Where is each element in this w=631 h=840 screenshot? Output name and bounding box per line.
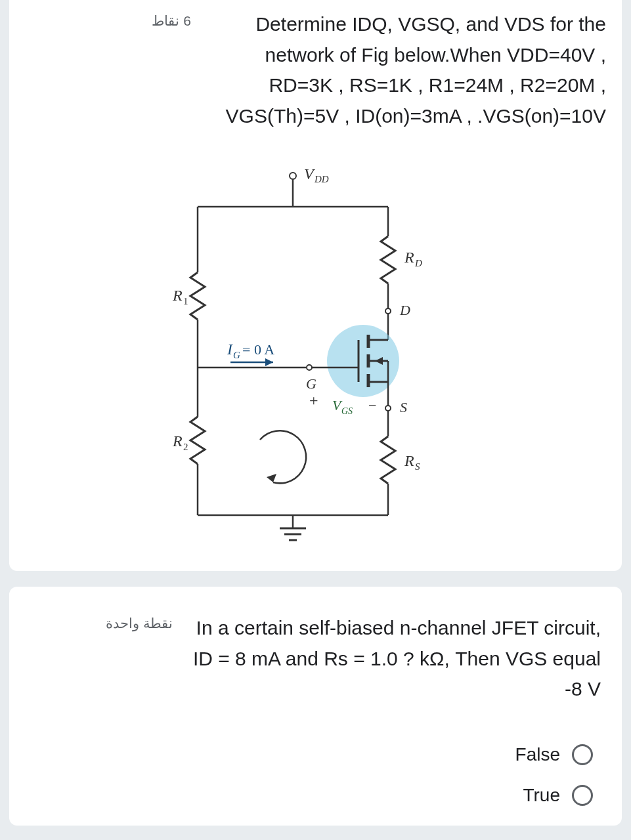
svg-text:G: G [233,350,240,360]
option-false[interactable]: False [515,744,593,765]
svg-text:D: D [414,258,422,268]
option-true[interactable]: True [523,785,593,806]
svg-point-0 [290,173,296,179]
points-label-2: نقطة واحدة [106,613,173,705]
svg-text:S: S [415,461,420,472]
svg-point-31 [307,365,312,370]
svg-point-17 [385,308,391,314]
radio-icon [572,744,593,765]
question-text-2: In a certain self-biased n-channel JFET … [181,613,601,705]
question-header: 6 نقاط Determine IDQ, VGSQ, and VDS for … [25,9,606,131]
svg-text:G: G [306,375,316,392]
svg-text:R: R [404,452,414,469]
svg-text:DD: DD [314,174,329,184]
svg-text:1: 1 [183,296,188,306]
svg-text:V: V [304,165,315,182]
mosfet-circuit-svg: V DD R 1 R 2 R D [158,158,473,551]
circuit-diagram: V DD R 1 R 2 R D [25,158,606,551]
svg-text:−: − [368,397,376,413]
svg-text:D: D [399,302,410,318]
option-label-false: False [515,744,560,765]
svg-text:R: R [172,432,183,450]
svg-text:= 0 A: = 0 A [242,341,274,358]
svg-marker-37 [265,358,273,366]
svg-text:R: R [404,249,414,266]
svg-point-44 [385,406,391,411]
svg-text:2: 2 [183,442,188,452]
question-card-2: نقطة واحدة In a certain self-biased n-ch… [9,587,622,826]
option-label-true: True [523,785,560,806]
points-label: 6 نقاط [152,9,191,131]
svg-text:S: S [400,399,407,415]
question-header-2: نقطة واحدة In a certain self-biased n-ch… [30,613,601,705]
question-card-1: 6 نقاط Determine IDQ, VGSQ, and VDS for … [9,0,622,571]
options-group: False True [30,744,601,806]
svg-marker-55 [267,474,276,482]
svg-text:I: I [227,341,233,358]
svg-text:+: + [309,392,318,409]
svg-text:GS: GS [341,406,353,416]
svg-text:R: R [172,287,183,304]
question-text: Determine IDQ, VGSQ, and VDS for the net… [199,9,606,131]
radio-icon [572,785,593,806]
